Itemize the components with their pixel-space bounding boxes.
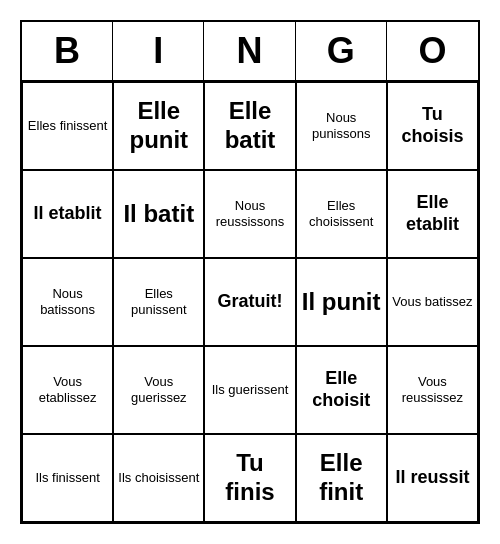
cell-label: Elle punit: [118, 97, 199, 155]
bingo-cell: Elle batit: [204, 82, 295, 170]
cell-label: Elles punissent: [118, 286, 199, 317]
cell-label: Elles choisissent: [301, 198, 382, 229]
cell-label: Vous etablissez: [27, 374, 108, 405]
cell-label: Vous reussissez: [392, 374, 473, 405]
cell-label: Elle batit: [209, 97, 290, 155]
cell-label: Ils choisissent: [118, 470, 199, 486]
bingo-card: BINGO Elles finissentElle punitElle bati…: [20, 20, 480, 524]
bingo-cell: Elle finit: [296, 434, 387, 522]
header-letter: N: [204, 22, 295, 80]
cell-label: Il etablit: [34, 203, 102, 225]
cell-label: Nous batissons: [27, 286, 108, 317]
bingo-cell: Elles finissent: [22, 82, 113, 170]
cell-label: Nous punissons: [301, 110, 382, 141]
bingo-grid: Elles finissentElle punitElle batitNous …: [22, 82, 478, 522]
bingo-cell: Elle punit: [113, 82, 204, 170]
bingo-cell: Vous batissez: [387, 258, 478, 346]
bingo-cell: Vous reussissez: [387, 346, 478, 434]
bingo-cell: Elle choisit: [296, 346, 387, 434]
cell-label: Tu choisis: [392, 104, 473, 147]
cell-label: Vous guerissez: [118, 374, 199, 405]
bingo-cell: Ils finissent: [22, 434, 113, 522]
bingo-cell: Elles choisissent: [296, 170, 387, 258]
header-letter: B: [22, 22, 113, 80]
bingo-cell: Nous reussissons: [204, 170, 295, 258]
cell-label: Il punit: [302, 288, 381, 317]
bingo-cell: Elle etablit: [387, 170, 478, 258]
bingo-cell: Tu finis: [204, 434, 295, 522]
cell-label: Nous reussissons: [209, 198, 290, 229]
cell-label: Il batit: [123, 200, 194, 229]
bingo-cell: Ils choisissent: [113, 434, 204, 522]
bingo-cell: Elles punissent: [113, 258, 204, 346]
bingo-cell: Gratuit!: [204, 258, 295, 346]
cell-label: Elle choisit: [301, 368, 382, 411]
bingo-cell: Nous batissons: [22, 258, 113, 346]
cell-label: Ils guerissent: [212, 382, 289, 398]
cell-label: Elles finissent: [28, 118, 107, 134]
bingo-cell: Nous punissons: [296, 82, 387, 170]
header-letter: O: [387, 22, 478, 80]
cell-label: Elle etablit: [392, 192, 473, 235]
cell-label: Gratuit!: [217, 291, 282, 313]
bingo-cell: Il punit: [296, 258, 387, 346]
bingo-cell: Il reussit: [387, 434, 478, 522]
cell-label: Il reussit: [395, 467, 469, 489]
header-letter: G: [296, 22, 387, 80]
bingo-cell: Ils guerissent: [204, 346, 295, 434]
bingo-cell: Tu choisis: [387, 82, 478, 170]
cell-label: Elle finit: [301, 449, 382, 507]
header-letter: I: [113, 22, 204, 80]
cell-label: Ils finissent: [35, 470, 99, 486]
bingo-header: BINGO: [22, 22, 478, 82]
bingo-cell: Vous etablissez: [22, 346, 113, 434]
bingo-cell: Il etablit: [22, 170, 113, 258]
bingo-cell: Il batit: [113, 170, 204, 258]
bingo-cell: Vous guerissez: [113, 346, 204, 434]
cell-label: Vous batissez: [392, 294, 472, 310]
cell-label: Tu finis: [209, 449, 290, 507]
